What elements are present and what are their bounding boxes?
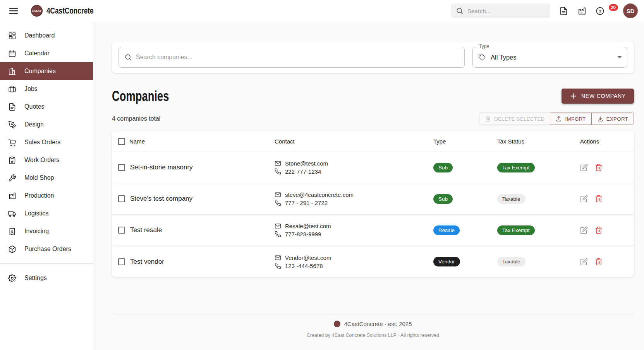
column-header-type: Type	[433, 138, 497, 145]
sidebar-item-invoicing[interactable]: $ Invoicing	[0, 222, 93, 240]
type-badge: Sub	[433, 194, 453, 204]
column-header-actions: Actions	[580, 138, 634, 145]
delete-selected-button[interactable]: DELETE SELECTED	[479, 113, 550, 125]
pen-nib-icon	[8, 121, 16, 129]
company-name: Test resale	[129, 226, 275, 234]
companies-search-input[interactable]	[136, 54, 459, 61]
delete-icon[interactable]	[595, 258, 603, 266]
edit-icon[interactable]	[580, 164, 588, 171]
production-chart-icon[interactable]	[577, 7, 586, 15]
upload-icon	[556, 116, 562, 122]
search-icon	[456, 7, 464, 15]
export-button[interactable]: EXPORT	[591, 113, 634, 125]
row-checkbox[interactable]	[118, 227, 125, 234]
email-icon	[275, 160, 281, 167]
company-email: Resale@test.com	[285, 223, 331, 229]
select-all-checkbox[interactable]	[118, 138, 125, 145]
tag-icon	[478, 53, 486, 61]
type-badge: Resale	[433, 225, 460, 235]
sidebar-item-mold-shop[interactable]: Mold Shop	[0, 169, 93, 187]
sidebar-item-calendar[interactable]: Calendar	[0, 44, 93, 62]
company-phone: 777 - 291 - 2722	[285, 200, 328, 206]
import-label: IMPORT	[565, 116, 586, 122]
brand-logo: 4CAST	[31, 5, 43, 17]
sidebar: Dashboard Calendar Companies Jobs Quotes…	[0, 22, 93, 350]
email-icon	[275, 223, 281, 229]
global-search[interactable]	[451, 3, 550, 18]
delete-selected-label: DELETE SELECTED	[494, 116, 544, 122]
column-header-tax-status: Tax Status	[497, 138, 580, 145]
footer-copyright: Created by 4Cast Concrete Solutions LLP …	[112, 333, 634, 338]
gear-icon	[8, 274, 16, 282]
company-phone: 222-777-1234	[285, 168, 321, 175]
row-checkbox[interactable]	[118, 164, 125, 171]
sidebar-item-label: Logistics	[24, 210, 48, 217]
sidebar-item-production[interactable]: Production	[0, 187, 93, 205]
type-filter-label: Type	[477, 44, 491, 49]
table-actions-group: DELETE SELECTED IMPORT EXPORT	[479, 113, 634, 125]
column-header-name: Name	[129, 138, 275, 145]
delete-icon[interactable]	[595, 226, 603, 234]
sidebar-item-companies[interactable]: Companies	[0, 62, 93, 80]
delete-icon[interactable]	[595, 195, 603, 203]
package-icon	[8, 245, 16, 253]
type-badge: Sub	[433, 163, 453, 172]
new-company-button[interactable]: NEW COMPANY	[562, 89, 634, 104]
sidebar-item-label: Purchase Orders	[24, 246, 71, 253]
companies-search[interactable]	[118, 47, 465, 68]
dashboard-icon	[8, 32, 16, 40]
cart-icon	[8, 138, 16, 147]
download-icon	[597, 116, 603, 122]
sidebar-item-dashboard[interactable]: Dashboard	[0, 27, 93, 44]
edit-icon[interactable]	[580, 226, 588, 234]
wrench-icon	[8, 174, 16, 182]
company-name: Set-in-stone masonry	[129, 164, 275, 171]
company-name: Steve's test company	[129, 195, 275, 203]
truck-icon	[8, 210, 16, 218]
companies-icon	[8, 67, 16, 75]
sidebar-item-work-orders[interactable]: Work Orders	[0, 151, 93, 169]
tax-status-badge: Taxable	[497, 194, 526, 204]
table-row: Steve's test company steve@4castconcrete…	[112, 183, 634, 215]
row-checkbox[interactable]	[118, 195, 125, 202]
receipt-icon: $	[8, 227, 16, 236]
sidebar-item-jobs[interactable]: Jobs	[0, 80, 93, 98]
company-phone: 123 -444-5678	[285, 263, 323, 269]
sidebar-item-logistics[interactable]: Logistics	[0, 205, 93, 222]
row-checkbox[interactable]	[118, 258, 125, 265]
edit-icon[interactable]	[580, 258, 588, 266]
sidebar-item-purchase-orders[interactable]: Purchase Orders	[0, 240, 93, 258]
sidebar-item-label: Sales Orders	[24, 139, 60, 146]
type-badge: Vendor	[433, 257, 460, 266]
filter-card: Type All Types	[112, 41, 634, 73]
chevron-down-icon	[617, 56, 622, 58]
sidebar-item-label: Quotes	[24, 103, 45, 110]
delete-icon[interactable]	[595, 164, 603, 171]
help-icon[interactable]: ?	[596, 7, 605, 15]
type-filter-select[interactable]: Type All Types	[472, 47, 627, 68]
sidebar-item-label: Production	[24, 192, 54, 199]
avatar[interactable]: SD	[623, 3, 638, 18]
documents-icon[interactable]	[559, 7, 568, 15]
company-name: Test vendor	[129, 258, 275, 266]
sidebar-item-label: Design	[24, 121, 44, 128]
global-search-input[interactable]	[467, 8, 545, 14]
edit-icon[interactable]	[580, 195, 588, 203]
sidebar-item-sales-orders[interactable]: Sales Orders	[0, 133, 93, 151]
footer: 4CastConcrete · est. 2025 Created by 4Ca…	[112, 314, 634, 338]
import-button[interactable]: IMPORT	[550, 113, 591, 125]
sidebar-item-quotes[interactable]: Quotes	[0, 98, 93, 116]
tax-status-badge: Tax Exempt	[497, 225, 535, 235]
sidebar-item-label: Settings	[24, 275, 47, 282]
company-email: Stone@test.com	[285, 160, 328, 167]
quote-document-icon	[8, 103, 16, 111]
plus-icon	[570, 92, 577, 100]
sidebar-item-design[interactable]: Design	[0, 116, 93, 133]
company-phone: 777-828-9999	[285, 231, 321, 237]
sidebar-item-label: Work Orders	[24, 157, 59, 164]
footer-brand-line: 4CastConcrete · est. 2025	[344, 321, 412, 327]
sidebar-item-label: Companies	[24, 68, 56, 75]
tax-status-badge: Taxable	[497, 257, 526, 266]
menu-icon[interactable]	[9, 6, 19, 16]
sidebar-item-settings[interactable]: Settings	[0, 269, 93, 287]
